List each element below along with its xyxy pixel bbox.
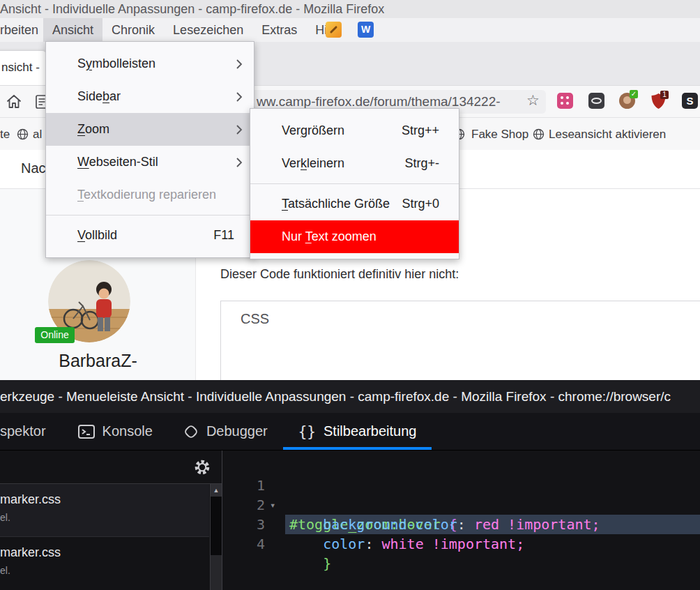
addon-orange-icon[interactable] <box>326 22 342 38</box>
styleeditor-sidebar: marker.css el. marker.css el. ▲ <box>0 451 222 590</box>
online-status-badge: Online <box>35 327 75 343</box>
menu-item-tatsaechliche-groesse[interactable]: Tatsächliche Größe Strg+0 <box>250 188 459 220</box>
menu-item-zoom[interactable]: Zoom <box>46 113 254 146</box>
extension-pink-icon[interactable] <box>557 93 573 109</box>
bookmark-item-al[interactable]: al <box>33 128 42 142</box>
eye-glyph <box>591 98 602 104</box>
menu-item-webseiten-stil[interactable]: Webseiten-Stil <box>46 146 254 179</box>
ublock-shield-icon[interactable]: 1 <box>650 93 667 109</box>
devtools-window-title: erkzeuge - Menueleiste Ansicht - Individ… <box>0 389 671 404</box>
bookmark-star-icon[interactable]: ☆ <box>526 92 540 109</box>
extension-avatar-icon[interactable]: ✓ <box>619 93 635 109</box>
editor-line: 1 ▾ #toggle_zoom:hover { <box>222 456 700 476</box>
bookmark-item-leseansicht[interactable]: Leseansicht aktivieren <box>549 128 666 142</box>
menubar-item-bearbeiten[interactable]: rbeiten <box>0 18 43 42</box>
tab-stilbearbeitung[interactable]: {} Stilbearbeitung <box>283 413 432 450</box>
menu-item-vergroessern[interactable]: Vergrößern Strg++ <box>250 114 459 147</box>
ansicht-menu: Symbolleisten Sidebar Zoom Webseiten-Sti… <box>45 41 254 258</box>
menubar: rbeiten Ansicht Chronik Lesezeichen Extr… <box>0 18 700 42</box>
post-text: Dieser Code funktioniert definitiv hier … <box>220 267 459 282</box>
menubar-item-chronik[interactable]: Chronik <box>102 18 164 42</box>
menu-item-sidebar[interactable]: Sidebar <box>46 80 254 113</box>
menu-item-vollbild[interactable]: Vollbild F11 <box>46 219 254 252</box>
scrollbar-up-arrow[interactable]: ▲ <box>211 484 222 497</box>
home-icon[interactable] <box>6 94 22 112</box>
addon-blue-icon[interactable]: W <box>358 22 374 38</box>
submenu-chevron-icon <box>236 157 243 168</box>
tab-debugger[interactable]: Debugger <box>168 413 283 450</box>
url-text: ww.camp-firefox.de/forum/thema/134222- <box>257 94 501 109</box>
stylesheet-item[interactable]: marker.css el. <box>0 537 209 590</box>
submenu-chevron-icon <box>236 91 243 103</box>
devtools-body: marker.css el. marker.css el. ▲ 1 ▾ #tog… <box>0 451 700 590</box>
menu-separator <box>46 215 254 215</box>
screen: Ansicht - Individuelle Anpassungen - cam… <box>0 0 700 590</box>
bookmark-item-te[interactable]: te <box>0 128 10 142</box>
devtools-window-titlebar: erkzeuge - Menueleiste Ansicht - Individ… <box>0 380 700 413</box>
submenu-chevron-icon <box>236 59 243 70</box>
code-language-label: CSS <box>241 311 269 327</box>
editor-line: 3 color: white !important; <box>222 495 700 515</box>
menubar-item-ansicht[interactable]: Ansicht <box>43 18 102 42</box>
thread-heading-partial: Nac <box>21 160 46 176</box>
tab-konsole[interactable]: Konsole <box>63 413 168 450</box>
shield-count-badge: 1 <box>660 91 669 99</box>
braces-icon: {} <box>298 423 316 440</box>
gear-icon[interactable] <box>192 457 212 480</box>
browser-tab-active[interactable]: nsicht - <box>0 51 46 85</box>
menu-item-symbolleisten[interactable]: Symbolleisten <box>46 47 254 80</box>
menu-item-verkleinern[interactable]: Verkleinern Strg+- <box>250 147 459 180</box>
styleeditor-sidebar-header <box>0 451 222 484</box>
editor-line: 2 background-color: red !important; <box>222 476 700 495</box>
submenu-chevron-icon <box>236 124 243 135</box>
tab-title: nsicht - <box>1 61 40 74</box>
tab-inspektor[interactable]: spektor <box>0 413 63 450</box>
debugger-icon <box>183 424 199 439</box>
sidebar-scrollbar[interactable]: ▲ <box>210 484 222 590</box>
code-lines: 1#toggle_zoom:hover { 2 background-color… <box>221 341 559 380</box>
devtools-tabbar: spektor Konsole Debugger {} Stilbearbeit… <box>0 413 700 451</box>
menu-separator <box>250 183 459 184</box>
globe-icon <box>17 128 29 144</box>
style-editor-code[interactable]: 1 ▾ #toggle_zoom:hover { 2 background-co… <box>222 451 700 590</box>
menubar-item-lesezeichen[interactable]: Lesezeichen <box>164 18 252 42</box>
bookmark-item-fake-shop[interactable]: Fake Shop <box>471 128 528 142</box>
menu-item-nur-text-zoomen[interactable]: Nur Text zoomen <box>250 220 459 253</box>
menubar-item-extras[interactable]: Extras <box>252 18 306 42</box>
avatar-check-badge: ✓ <box>630 90 638 98</box>
stylus-icon[interactable]: S <box>682 93 698 109</box>
code-block: CSS 1#toggle_zoom:hover { 2 background-c… <box>220 301 700 380</box>
console-icon <box>78 425 95 439</box>
window-titlebar: Ansicht - Individuelle Anpassungen - cam… <box>0 0 700 18</box>
stylesheet-item[interactable]: marker.css el. <box>0 484 209 537</box>
scrollbar-thumb[interactable] <box>211 497 222 555</box>
zoom-submenu: Vergrößern Strg++ Verkleinern Strg+- Tat… <box>250 108 459 259</box>
window-title: Ansicht - Individuelle Anpassungen - cam… <box>0 2 384 16</box>
username[interactable]: BarbaraZ- <box>0 351 196 371</box>
addon-orange-glyph <box>330 26 337 33</box>
extension-eye-icon[interactable] <box>588 93 604 109</box>
menu-item-textkodierung: Textkodierung reparieren <box>46 179 254 211</box>
globe-icon <box>533 128 545 144</box>
